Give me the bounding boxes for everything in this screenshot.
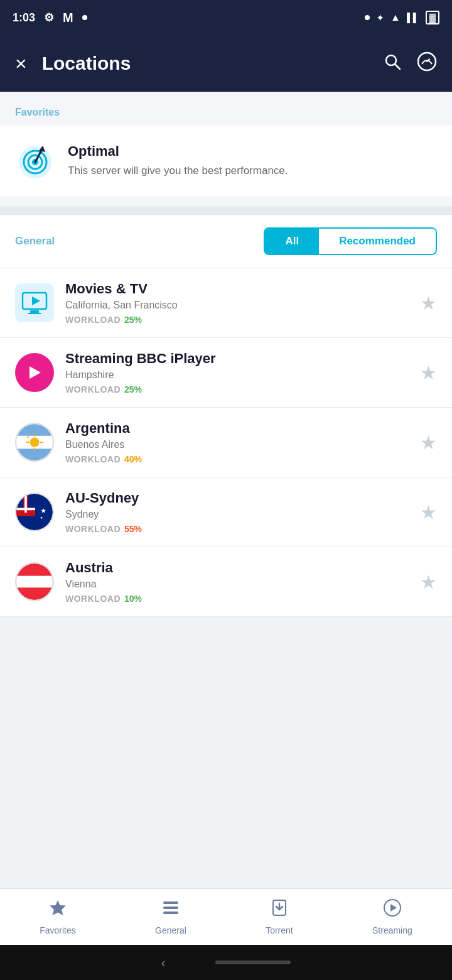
sydney-details: AU-Sydney Sydney WORKLOAD 55%	[65, 490, 409, 534]
status-time: 1:03	[13, 11, 35, 24]
speed-button[interactable]	[417, 52, 437, 76]
workload-value-2: 40%	[124, 454, 142, 464]
general-nav-icon	[161, 898, 180, 922]
svg-rect-27	[24, 494, 27, 513]
workload-value-3: 55%	[124, 524, 142, 534]
nav-streaming[interactable]: Streaming	[360, 892, 425, 942]
bluetooth-icon: ✦	[376, 12, 384, 24]
svg-rect-18	[34, 433, 35, 437]
argentina-name: Argentina	[65, 420, 409, 437]
workload-label-1: WORKLOAD	[65, 384, 121, 395]
movies-tv-details: Movies & TV California, San Francisco WO…	[65, 281, 409, 325]
argentina-flag	[15, 423, 54, 462]
gesture-pill[interactable]	[215, 961, 291, 964]
movies-tv-icon	[15, 283, 54, 322]
filter-toggle: All Recommended	[264, 227, 437, 255]
svg-point-17	[30, 438, 40, 447]
general-header: General All Recommended	[0, 215, 452, 268]
austria-workload: WORKLOAD 10%	[65, 594, 409, 604]
svg-rect-21	[40, 442, 43, 443]
location-item-bbc[interactable]: Streaming BBC iPlayer Hampshire WORKLOAD…	[0, 338, 452, 408]
recommended-button[interactable]: Recommended	[319, 229, 436, 254]
location-item-argentina[interactable]: Argentina Buenos Aires WORKLOAD 40% ★	[0, 408, 452, 477]
argentina-details: Argentina Buenos Aires WORKLOAD 40%	[65, 420, 409, 464]
svg-marker-32	[50, 900, 66, 915]
optimal-subtitle: This server will give you the best perfo…	[68, 163, 288, 178]
bbc-details: Streaming BBC iPlayer Hampshire WORKLOAD…	[65, 351, 409, 395]
wifi-icon: ▲	[390, 12, 401, 23]
svg-marker-14	[30, 366, 41, 379]
nav-torrent[interactable]: Torrent	[253, 892, 306, 942]
argentina-city: Buenos Aires	[65, 439, 409, 450]
page-title: Locations	[42, 53, 368, 74]
bbc-icon	[15, 353, 54, 392]
movies-tv-name: Movies & TV	[65, 281, 409, 297]
dot2-indicator	[365, 15, 370, 20]
location-item-movies-tv[interactable]: Movies & TV California, San Francisco WO…	[0, 268, 452, 338]
back-chevron[interactable]: ‹	[161, 956, 166, 970]
torrent-nav-label: Torrent	[266, 925, 293, 935]
streaming-nav-label: Streaming	[372, 925, 412, 935]
dot-indicator	[82, 15, 87, 20]
svg-marker-39	[390, 904, 397, 912]
favorite-star-1[interactable]: ★	[420, 362, 437, 384]
streaming-nav-icon	[383, 898, 402, 922]
nav-favorites[interactable]: Favorites	[27, 892, 89, 942]
workload-value-1: 25%	[124, 384, 142, 395]
sydney-city: Sydney	[65, 509, 409, 520]
bbc-name: Streaming BBC iPlayer	[65, 351, 409, 367]
optimal-item[interactable]: Optimal This server will give you the be…	[0, 126, 452, 196]
location-item-austria[interactable]: Austria Vienna WORKLOAD 10% ★	[0, 547, 452, 617]
nav-general[interactable]: General	[143, 892, 199, 942]
svg-rect-19	[34, 447, 35, 451]
movies-tv-workload: WORKLOAD 25%	[65, 315, 409, 325]
sydney-name: AU-Sydney	[65, 490, 409, 506]
svg-rect-31	[16, 576, 53, 588]
settings-icon: ⚙	[44, 11, 54, 24]
austria-flag	[15, 562, 54, 601]
bottom-nav: Favorites General Torrent	[0, 888, 452, 945]
sydney-workload: WORKLOAD 55%	[65, 524, 409, 534]
workload-value-4: 10%	[124, 594, 142, 604]
optimal-icon	[15, 141, 55, 181]
general-nav-label: General	[155, 925, 186, 935]
optimal-title: Optimal	[68, 143, 288, 160]
svg-rect-12	[28, 313, 41, 314]
australia-flag	[15, 493, 54, 531]
general-label: General	[15, 235, 254, 248]
all-button[interactable]: All	[265, 229, 319, 254]
austria-details: Austria Vienna WORKLOAD 10%	[65, 560, 409, 604]
workload-label-2: WORKLOAD	[65, 454, 121, 464]
svg-marker-13	[32, 297, 40, 305]
signal-icon: ▌▌	[407, 13, 419, 23]
section-divider	[0, 206, 452, 215]
svg-rect-20	[26, 442, 30, 443]
workload-label-3: WORKLOAD	[65, 524, 121, 534]
svg-rect-35	[163, 912, 178, 914]
torrent-nav-icon	[270, 898, 289, 922]
favorite-star-2[interactable]: ★	[420, 432, 437, 454]
bbc-city: Hampshire	[65, 369, 409, 381]
favorite-star-3[interactable]: ★	[420, 501, 437, 523]
svg-line-1	[395, 64, 400, 69]
favorites-section: Favorites Optimal This server will give …	[0, 92, 452, 206]
svg-rect-34	[163, 906, 178, 909]
favorites-label: Favorites	[0, 92, 452, 126]
austria-city: Vienna	[65, 579, 409, 590]
favorite-star-4[interactable]: ★	[420, 571, 437, 593]
svg-rect-33	[163, 901, 178, 904]
status-bar: 1:03 ⚙ M ✦ ▲ ▌▌ ▓	[0, 0, 452, 35]
status-left: 1:03 ⚙ M	[13, 11, 87, 25]
gmail-icon: M	[63, 11, 73, 25]
workload-value-0: 25%	[124, 315, 142, 325]
favorite-star-0[interactable]: ★	[420, 292, 437, 314]
workload-label-4: WORKLOAD	[65, 594, 121, 604]
search-button[interactable]	[383, 52, 402, 75]
location-item-sydney[interactable]: AU-Sydney Sydney WORKLOAD 55% ★	[0, 477, 452, 547]
status-right: ✦ ▲ ▌▌ ▓	[365, 11, 439, 24]
general-section: General All Recommended Movies & TV Cali…	[0, 215, 452, 617]
favorites-nav-icon	[48, 898, 67, 922]
close-button[interactable]: ×	[15, 52, 27, 75]
favorites-nav-label: Favorites	[40, 925, 76, 935]
argentina-workload: WORKLOAD 40%	[65, 454, 409, 464]
